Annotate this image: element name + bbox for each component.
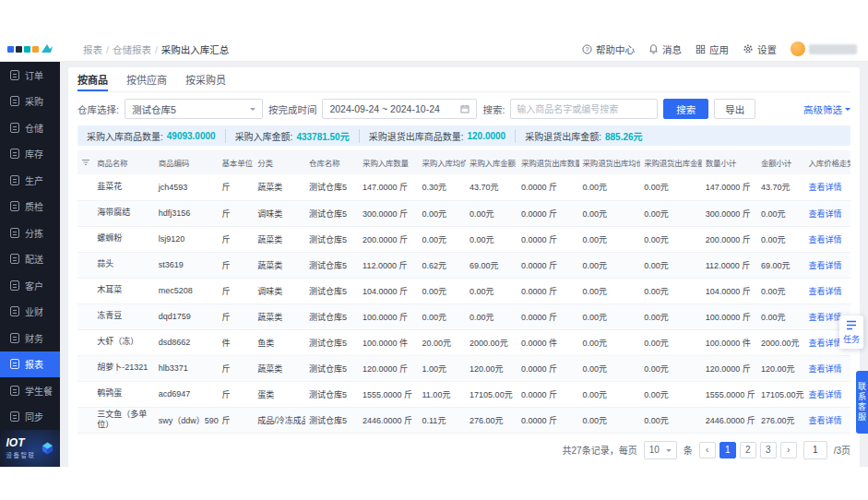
view-details-link[interactable]: 查看详情 [809,235,842,244]
sidebar-item-label: 配送 [25,252,43,266]
table-cell: acd6947 [155,381,219,407]
search-input[interactable] [517,104,651,114]
messages-button[interactable]: 消息 [648,42,682,56]
sidebar-item-business-finance[interactable]: 业财 [0,299,60,326]
view-details-link[interactable]: 查看详情 [809,416,842,425]
table-cell: 0.00元 [640,200,702,226]
table-cell: 0.30元 [419,174,467,200]
table-cell: 0.00元 [579,200,641,226]
table-cell: 104.0000 斤 [359,278,418,304]
sidebar-item-qc[interactable]: 质检 [0,194,60,220]
help-center-button[interactable]: ? 帮助中心 [582,42,635,56]
page-button-1[interactable]: 1 [719,442,736,458]
search-button[interactable]: 搜索 [663,99,708,119]
settings-button[interactable]: 设置 [743,42,777,56]
view-details-link[interactable]: 查看详情 [809,183,842,192]
sync-icon [10,411,19,422]
view-details-link[interactable]: 查看详情 [809,313,842,322]
table-cell: 测试仓库5 [305,407,359,433]
sidebar-item-purchase[interactable]: 采购 [0,89,60,115]
table-cell: 0.0000 斤 [517,278,579,304]
table-row: 三文鱼（多单位）swy（ddw）5900斤成品/冷冻成品测试仓库52446.00… [77,407,850,433]
table-cell: 0.0000 斤 [517,304,579,329]
tab-1[interactable]: 按供应商 [126,67,167,91]
table-cell: 0.00元 [757,278,805,304]
sidebar-item-label: 库存 [25,147,43,161]
view-details-link[interactable]: 查看详情 [809,287,842,296]
tasks-floating-button[interactable]: 任务 [839,315,863,349]
page-jump-input[interactable] [803,441,827,459]
business-finance-icon [10,306,19,316]
sidebar-item-label: 财务 [25,331,43,345]
column-header: 基本单位 [219,150,255,174]
logo-square-dark [16,46,22,53]
trend-cell: 查看详情 [805,381,851,407]
table-cell: 100.0000 斤 [702,304,757,329]
sidebar-item-student-meal[interactable]: 学生餐 [0,377,60,404]
next-page-button[interactable]: › [780,442,797,458]
date-range-picker[interactable]: 2024-09-24 ~ 2024-10-24 [322,99,477,119]
finance-icon [10,333,19,343]
sidebar-item-finance[interactable]: 财务 [0,325,60,351]
sidebar-item-customers[interactable]: 客户 [0,272,60,299]
breadcrumb-item[interactable]: 报表 [83,42,109,56]
help-icon: ? [582,44,592,54]
page-button-2[interactable]: 2 [740,442,756,458]
page-button-3[interactable]: 3 [760,442,777,458]
view-details-link[interactable]: 查看详情 [809,339,842,348]
table-cell: 斤 [219,355,255,381]
sidebar-item-sorting[interactable]: 分拣 [0,220,60,246]
table-cell: 鱼类 [254,329,305,355]
table-cell: 斤 [219,407,255,433]
view-details-link[interactable]: 查看详情 [809,261,842,270]
row-leading-cell [77,200,93,226]
table-cell: 0.00元 [579,174,641,200]
column-header: 金额小计 [757,150,805,174]
table-cell: 件 [219,329,255,355]
table-cell: 三文鱼（多单位） [93,407,155,433]
page-size-select[interactable]: 10 [644,441,677,459]
view-details-link[interactable]: 查看详情 [809,209,842,219]
breadcrumb-item[interactable]: 仓储报表 [113,42,158,56]
production-icon [10,175,19,185]
date-filter-label: 按完成时间 [268,102,317,116]
table-cell: 0.00元 [466,278,517,304]
sidebar-item-warehouse[interactable]: 仓储 [0,114,60,141]
logo-glyph-icon [41,43,54,54]
sidebar-item-reports[interactable]: 报表 [0,351,60,378]
column-header: 采购入库数量 [359,150,418,174]
customer-service-tab[interactable]: 联系客服 [856,371,868,434]
table-cell: 斤 [219,304,255,329]
date-range-value: 2024-09-24 ~ 2024-10-24 [329,103,439,114]
table-cell: 200.0000 斤 [359,226,418,252]
table-cell: 测试仓库5 [305,174,359,200]
sidebar-item-production[interactable]: 生产 [0,167,60,194]
sidebar-item-inventory[interactable]: 库存 [0,141,60,168]
prev-page-button[interactable]: ‹ [699,442,716,458]
sidebar-item-orders[interactable]: 订单 [0,62,60,89]
view-details-link[interactable]: 查看详情 [809,390,842,399]
sidebar-item-delivery[interactable]: 配送 [0,246,60,273]
summary-value: 433781.50元 [296,129,349,143]
iot-logo-subtitle: 设备智联 [6,450,36,459]
sidebar-item-label: 客户 [25,279,43,292]
reports-icon [10,359,19,369]
settings-label: 设置 [757,42,777,56]
filter-bar: 仓库选择: 测试仓库5 按完成时间 2024-09-24 ~ 2024-10-2… [77,92,850,125]
summary-label: 采购入库金额: [235,129,293,143]
advanced-filter-link[interactable]: 高级筛选 [803,102,850,116]
tab-0[interactable]: 按商品 [77,67,108,91]
warehouse-icon [10,123,19,133]
view-details-link[interactable]: 查看详情 [809,364,842,374]
table-cell: 0.00元 [579,329,641,355]
table-cell: 17105.00元 [757,381,805,407]
user-menu[interactable] [791,42,857,56]
export-button[interactable]: 导出 [714,99,755,119]
tab-2[interactable]: 按采购员 [185,67,226,91]
sidebar-item-sync[interactable]: 同步 [0,404,60,431]
table-row: 海带腐结hdfj3156斤调味类测试仓库5300.0000 斤0.00元0.00… [77,200,850,226]
column-settings-icon[interactable] [81,158,90,167]
warehouse-select[interactable]: 测试仓库5 [125,99,263,119]
table-cell: 2446.0000 斤 [702,407,757,433]
apps-button[interactable]: 应用 [696,42,729,56]
